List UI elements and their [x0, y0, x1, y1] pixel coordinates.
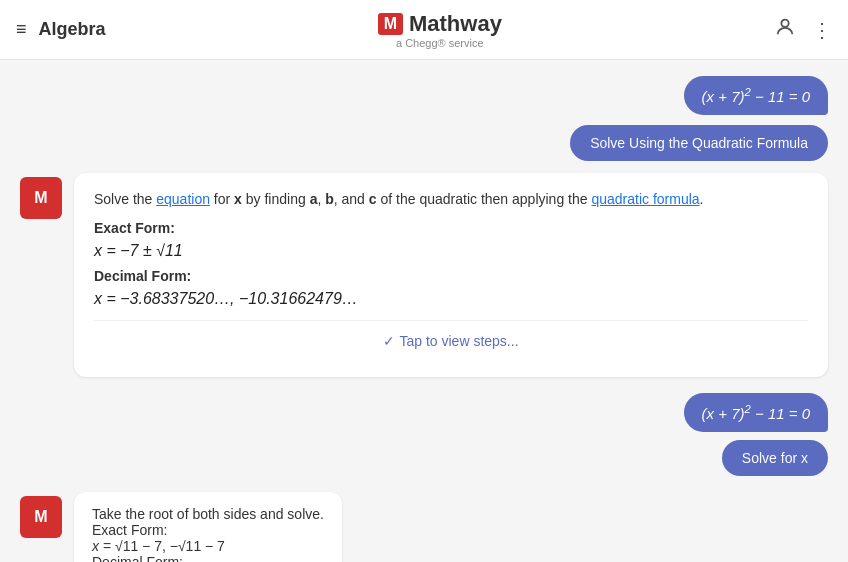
hamburger-icon[interactable]: ≡: [16, 19, 27, 40]
action-button-2[interactable]: Solve for x: [722, 440, 828, 476]
subject-label: Algebra: [39, 19, 106, 40]
exact-form-label-1: Exact Form:: [94, 220, 808, 236]
bot-intro-2: Take the root of both sides and solve.: [92, 506, 324, 522]
action-button-1-container: Solve Using the Quadratic Formula: [20, 125, 828, 161]
intro-text-5: , and: [334, 191, 369, 207]
exact-form-math-2: x = √11 − 7, −√11 − 7: [92, 538, 324, 554]
decimal-form-math-1: x = −3.68337520…, −10.31662479…: [94, 290, 808, 308]
intro-text-1: Solve the: [94, 191, 156, 207]
header: ≡ Algebra M Mathway a Chegg® service ⋮: [0, 0, 848, 60]
bold-b: b: [325, 191, 334, 207]
action-button-1[interactable]: Solve Using the Quadratic Formula: [570, 125, 828, 161]
equation-link[interactable]: equation: [156, 191, 210, 207]
bot-intro-1: Solve the equation for x by finding a, b…: [94, 189, 808, 210]
bot-bubble-1: Solve the equation for x by finding a, b…: [74, 173, 828, 377]
tap-steps-text-1: Tap to view steps...: [399, 333, 518, 349]
user-query-2-math: (x + 7)2 − 11 = 0: [702, 405, 810, 422]
exact-form-math-1: x = −7 ± √11: [94, 242, 808, 260]
user-query-1-bubble: (x + 7)2 − 11 = 0: [684, 76, 828, 115]
mathway-logo: M Mathway: [378, 11, 502, 37]
intro-text-7: .: [700, 191, 704, 207]
user-query-1-math: (x + 7)2 − 11 = 0: [702, 88, 810, 105]
bot-bubble-2: Take the root of both sides and solve. E…: [74, 492, 342, 562]
exact-form-label-2: Exact Form:: [92, 522, 324, 538]
root-link[interactable]: root: [149, 506, 173, 522]
second-query-container: (x + 7)2 − 11 = 0 Solve for x: [20, 393, 828, 476]
chat-area: (x + 7)2 − 11 = 0 Solve Using the Quadra…: [0, 60, 848, 562]
logo-name: Mathway: [409, 11, 502, 37]
bold-c: c: [369, 191, 377, 207]
user-query-1-container: (x + 7)2 − 11 = 0: [20, 76, 828, 115]
user-icon[interactable]: [774, 16, 796, 43]
bot-avatar-1: M: [20, 177, 62, 219]
decimal-form-label-2: Decimal Form:: [92, 554, 324, 562]
check-icon-1: ✓: [383, 333, 395, 349]
bot-intro-text-1: Take the: [92, 506, 149, 522]
bot-response-1: M Solve the equation for x by finding a,…: [20, 173, 828, 377]
bot-avatar-2: M: [20, 496, 62, 538]
bot-response-2: M Take the root of both sides and solve.…: [20, 492, 828, 562]
intro-text-3: by finding: [242, 191, 310, 207]
bot-intro-text-2: of both sides and solve.: [173, 506, 324, 522]
intro-text-2: for: [210, 191, 234, 207]
tap-steps-1[interactable]: ✓Tap to view steps...: [94, 320, 808, 361]
header-center: M Mathway a Chegg® service: [378, 11, 502, 49]
logo-m-box: M: [378, 13, 403, 35]
chegg-tag: a Chegg® service: [396, 37, 484, 49]
user-query-2-bubble: (x + 7)2 − 11 = 0: [684, 393, 828, 432]
decimal-form-label-1: Decimal Form:: [94, 268, 808, 284]
more-icon[interactable]: ⋮: [812, 18, 832, 42]
quadratic-formula-link[interactable]: quadratic formula: [591, 191, 699, 207]
bold-x: x: [234, 191, 242, 207]
user-query-2-container: (x + 7)2 − 11 = 0: [20, 393, 828, 432]
header-right: ⋮: [774, 16, 832, 43]
intro-text-6: of the quadratic then applying the: [377, 191, 592, 207]
svg-point-0: [781, 20, 788, 27]
header-left: ≡ Algebra: [16, 19, 106, 40]
